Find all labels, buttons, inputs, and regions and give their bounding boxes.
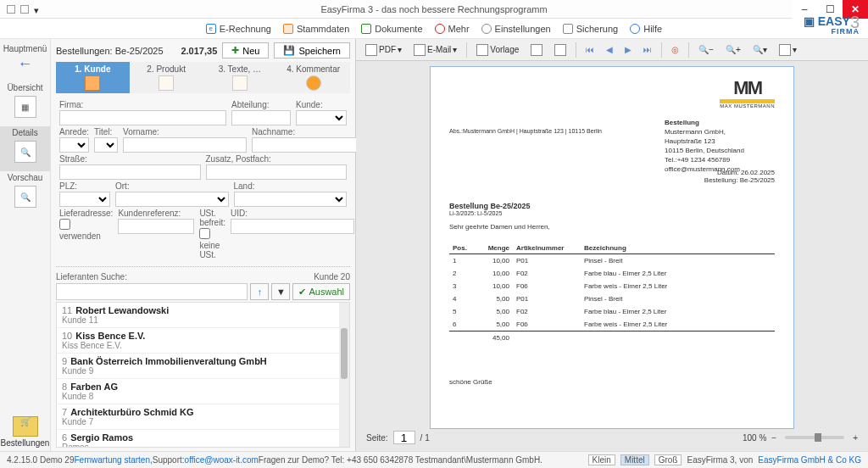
abteilung-input[interactable] bbox=[231, 110, 291, 125]
menu-hilfe[interactable]: Hilfe bbox=[630, 24, 662, 34]
product-icon bbox=[159, 75, 174, 91]
zoom-in[interactable]: 🔍+ bbox=[721, 43, 745, 56]
sidebar-hauptmenu[interactable]: Hauptmenü ← bbox=[0, 42, 50, 81]
comment-icon bbox=[306, 75, 321, 91]
target-button[interactable]: ◎ bbox=[667, 43, 683, 56]
list-item[interactable]: 10Kiss Bence E.V.Kiss Bence E.V. bbox=[57, 328, 349, 354]
page-label: Seite: bbox=[366, 433, 388, 443]
email-icon bbox=[414, 44, 426, 56]
zoom-minus[interactable]: − bbox=[771, 433, 776, 443]
verwenden-checkbox[interactable] bbox=[59, 219, 70, 230]
text-icon bbox=[232, 75, 248, 91]
supplier-list: 11Robert LewandowskiKunde 1110Kiss Bence… bbox=[56, 302, 350, 448]
sidebar-details[interactable]: Details 🔍 bbox=[0, 126, 50, 171]
list-scrollbar[interactable] bbox=[339, 303, 349, 447]
list-item[interactable]: 9Bank Österreich Immobilienveraltung Gmb… bbox=[57, 354, 349, 379]
save-button[interactable]: 💾Speichern bbox=[274, 42, 350, 58]
filter-button[interactable]: ▼ bbox=[271, 283, 290, 300]
uid-input[interactable] bbox=[231, 219, 354, 234]
window-title: EasyFirma 3 - das noch bessere Rechnungs… bbox=[320, 4, 547, 14]
size-mittel[interactable]: Mittel bbox=[620, 454, 649, 465]
vorname-input[interactable] bbox=[123, 137, 247, 153]
size-klein[interactable]: Klein bbox=[588, 454, 615, 465]
version-label: 4.2.15.0 Demo 29 bbox=[7, 455, 75, 465]
auswahl-button[interactable]: ✔Auswahl bbox=[292, 283, 350, 300]
list-item[interactable]: 8Farben AGKunde 8 bbox=[57, 379, 349, 404]
vendor-link[interactable]: EasyFirma GmbH & Co KG bbox=[758, 455, 861, 465]
fernwartung-link[interactable]: Fernwartung starten, bbox=[75, 455, 153, 465]
search-count: Kunde 20 bbox=[314, 272, 350, 281]
vorlage-button[interactable]: Vorlage bbox=[472, 42, 523, 58]
menu-sicherung[interactable]: Sicherung bbox=[563, 24, 619, 34]
doc-label: Bestellungen: Be-25/2025 bbox=[56, 46, 175, 56]
tab-texte[interactable]: 3. Texte, … bbox=[203, 62, 277, 93]
email-button[interactable]: E-Mail▾ bbox=[409, 42, 461, 58]
sidebar-bestellungen[interactable]: 🛒 Bestellungen bbox=[0, 416, 50, 448]
back-arrow-icon[interactable]: ← bbox=[0, 53, 50, 75]
zoom-slider[interactable] bbox=[785, 436, 844, 439]
qat-dropdown-icon[interactable]: ▾ bbox=[34, 5, 42, 14]
tab-kommentar[interactable]: 4. Kommentar bbox=[276, 62, 350, 93]
search-label: Lieferanten Suche: bbox=[56, 272, 127, 281]
anrede-select[interactable] bbox=[59, 137, 89, 153]
kundenreferenz-input[interactable] bbox=[118, 219, 194, 234]
print-button[interactable] bbox=[526, 42, 547, 58]
page-layout[interactable]: ▾ bbox=[775, 42, 801, 58]
size-gross[interactable]: Groß bbox=[654, 454, 682, 465]
nav-prev[interactable]: ◀ bbox=[602, 43, 617, 56]
list-item[interactable]: 6Sergio RamosRamos bbox=[57, 430, 349, 448]
kunde-select[interactable] bbox=[296, 110, 347, 125]
pdf-button[interactable]: PDF▾ bbox=[361, 42, 406, 58]
firma-input[interactable] bbox=[59, 110, 226, 125]
menu-einstellungen[interactable]: Einstellungen bbox=[481, 24, 551, 34]
printer-icon bbox=[531, 44, 542, 56]
brand-logo: ▣ EASY3 FIRMA bbox=[804, 17, 860, 36]
tab-kunde[interactable]: 1. Kunde bbox=[56, 62, 130, 93]
doc-amount: 2.017,35 bbox=[181, 46, 217, 56]
menu-erechnung[interactable]: eE-Rechnung bbox=[206, 24, 271, 34]
magnifier-icon: 🔍 bbox=[14, 186, 36, 208]
titel-select[interactable] bbox=[94, 137, 118, 153]
quickprint-button[interactable] bbox=[550, 42, 570, 58]
nav-first[interactable]: ⏮ bbox=[581, 43, 598, 56]
cart-icon: 🛒 bbox=[13, 416, 38, 437]
sort-asc-button[interactable]: ↑ bbox=[250, 283, 269, 300]
nav-next[interactable]: ▶ bbox=[620, 43, 636, 56]
magnifier-icon: 🔍 bbox=[14, 141, 36, 163]
page-icon bbox=[779, 44, 791, 56]
new-button[interactable]: ✚Neu bbox=[222, 42, 269, 58]
qat-icon-1[interactable] bbox=[7, 5, 15, 14]
calendar-icon: ▦ bbox=[14, 96, 36, 118]
zoom-out[interactable]: 🔍− bbox=[694, 43, 718, 56]
zoom-plus[interactable]: + bbox=[853, 433, 858, 443]
sidebar-uebersicht[interactable]: Übersicht ▦ bbox=[0, 81, 50, 126]
menu-mehr[interactable]: Mehr bbox=[435, 24, 470, 34]
plz-select[interactable] bbox=[59, 192, 110, 207]
customer-icon bbox=[85, 75, 100, 91]
keineust-checkbox[interactable] bbox=[199, 228, 210, 239]
list-item[interactable]: 7Architekturbüro Schmid KGKunde 7 bbox=[57, 404, 349, 430]
sidebar-vorschau[interactable]: Vorschau 🔍 bbox=[0, 171, 50, 216]
menu-stammdaten[interactable]: Stammdaten bbox=[283, 24, 349, 34]
ort-select[interactable] bbox=[115, 192, 229, 207]
pdf-icon bbox=[365, 44, 377, 56]
strasse-input[interactable] bbox=[59, 164, 201, 180]
template-icon bbox=[476, 44, 488, 56]
page-input[interactable] bbox=[393, 431, 415, 444]
printer2-icon bbox=[554, 44, 566, 56]
qat-icon-2[interactable] bbox=[20, 5, 29, 14]
supplier-search-input[interactable] bbox=[56, 283, 248, 300]
list-item[interactable]: 11Robert LewandowskiKunde 11 bbox=[57, 303, 349, 328]
zoom-fit[interactable]: 🔍▾ bbox=[748, 43, 771, 56]
support-email-link[interactable]: office@woax-it.com bbox=[185, 455, 259, 465]
document-preview: MM MAX MUSTERMANN Bestellung Mustermann … bbox=[430, 66, 794, 429]
zoom-level: 100 % bbox=[743, 433, 766, 443]
menu-dokumente[interactable]: Dokumente bbox=[361, 24, 422, 34]
nav-last[interactable]: ⏭ bbox=[639, 43, 656, 56]
zusatz-input[interactable] bbox=[206, 164, 348, 180]
land-select[interactable] bbox=[234, 192, 348, 207]
tab-produkt[interactable]: 2. Produkt bbox=[130, 62, 203, 93]
